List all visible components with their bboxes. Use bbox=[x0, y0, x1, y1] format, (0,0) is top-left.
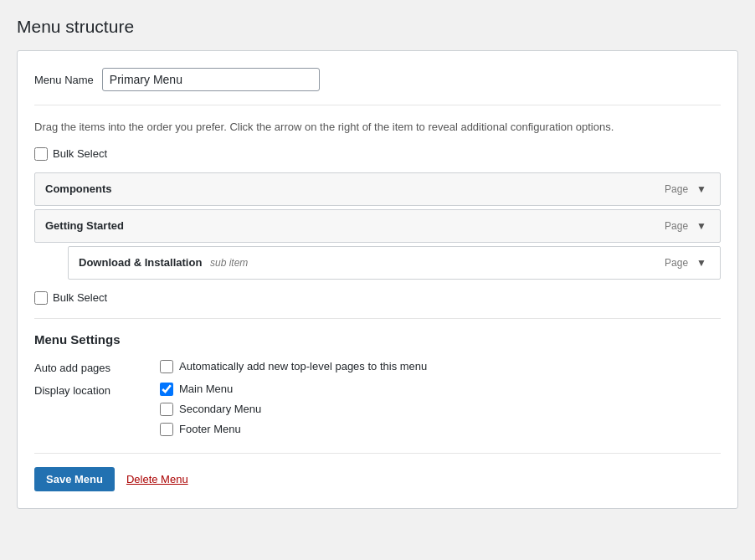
menu-item-download-installation-arrow[interactable]: ▼ bbox=[693, 255, 710, 270]
menu-item-download-installation-right: Page ▼ bbox=[665, 255, 710, 270]
auto-add-pages-content: Automatically add new top-level pages to… bbox=[160, 360, 427, 374]
secondary-menu-label: Secondary Menu bbox=[179, 403, 261, 415]
save-menu-button[interactable]: Save Menu bbox=[34, 467, 115, 491]
bulk-select-bottom-label: Bulk Select bbox=[53, 291, 107, 304]
menu-item-getting-started-right: Page ▼ bbox=[665, 218, 710, 234]
footer-row: Save Menu Delete Menu bbox=[34, 453, 721, 491]
menu-item-download-installation-label: Download & Installation sub item bbox=[79, 256, 248, 269]
bulk-select-bottom-checkbox[interactable] bbox=[34, 291, 48, 305]
bulk-select-top-checkbox[interactable] bbox=[34, 147, 48, 161]
bulk-select-top: Bulk Select bbox=[34, 147, 721, 161]
menu-item-getting-started: Getting Started Page ▼ bbox=[34, 209, 721, 243]
main-menu-checkbox[interactable] bbox=[160, 383, 173, 396]
menu-settings-section: Menu Settings Auto add pages Automatical… bbox=[34, 332, 721, 436]
menu-item-getting-started-label: Getting Started bbox=[45, 219, 124, 232]
auto-add-pages-row: Auto add pages Automatically add new top… bbox=[34, 360, 721, 374]
display-location-label: Display location bbox=[34, 383, 143, 436]
menu-item-download-installation-type: Page bbox=[665, 257, 688, 269]
divider-2 bbox=[34, 318, 721, 319]
menu-item-components-right: Page ▼ bbox=[665, 182, 710, 197]
menu-name-input[interactable] bbox=[102, 68, 320, 91]
page-title: Menu structure bbox=[17, 17, 738, 37]
auto-add-pages-checkbox-label: Automatically add new top-level pages to… bbox=[179, 360, 427, 372]
sub-item-tag: sub item bbox=[210, 257, 248, 269]
secondary-menu-checkbox[interactable] bbox=[160, 403, 173, 416]
delete-menu-button[interactable]: Delete Menu bbox=[126, 473, 188, 486]
footer-menu-label: Footer Menu bbox=[179, 423, 241, 435]
display-location-content: Main Menu Secondary Menu Footer Menu bbox=[160, 383, 261, 436]
auto-add-pages-label: Auto add pages bbox=[34, 360, 143, 374]
divider-1 bbox=[34, 105, 721, 105]
menu-name-row: Menu Name bbox=[34, 68, 721, 91]
menu-item-components-label: Components bbox=[45, 182, 111, 195]
main-menu-label: Main Menu bbox=[179, 383, 233, 395]
menu-name-label: Menu Name bbox=[34, 74, 94, 86]
menu-item-components-arrow[interactable]: ▼ bbox=[693, 182, 710, 197]
menu-item-components: Components Page ▼ bbox=[34, 172, 721, 206]
bulk-select-top-label: Bulk Select bbox=[53, 147, 107, 160]
display-location-row: Display location Main Menu Secondary Men… bbox=[34, 383, 721, 436]
drag-instruction: Drag the items into the order you prefer… bbox=[34, 119, 721, 136]
menu-items-list: Components Page ▼ Getting Started Page ▼… bbox=[34, 172, 721, 280]
menu-item-getting-started-type: Page bbox=[665, 220, 688, 232]
auto-add-pages-checkbox[interactable] bbox=[160, 360, 173, 373]
menu-item-components-type: Page bbox=[665, 183, 688, 195]
menu-structure-card: Menu Name Drag the items into the order … bbox=[17, 50, 738, 509]
bulk-select-bottom: Bulk Select bbox=[34, 291, 721, 305]
menu-item-download-installation: Download & Installation sub item Page ▼ bbox=[68, 246, 721, 280]
footer-menu-checkbox[interactable] bbox=[160, 423, 173, 436]
menu-item-getting-started-arrow[interactable]: ▼ bbox=[693, 218, 710, 234]
menu-settings-title: Menu Settings bbox=[34, 332, 721, 347]
